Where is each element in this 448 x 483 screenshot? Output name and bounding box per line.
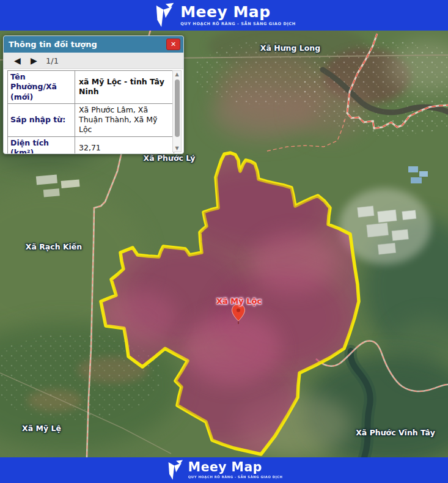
next-arrow-icon: ▶ xyxy=(31,56,37,65)
row-label: Sáp nhập từ: xyxy=(8,104,75,136)
info-panel: Thông tin đối tượng ✕ ◀ ▶ 1/1 Tên Phường… xyxy=(3,35,184,154)
brand-name: Meey Map xyxy=(180,4,296,20)
row-label: Diện tích (km²) xyxy=(8,137,75,155)
map-label-xa-my-loc-selected: Xã Mỹ Lộc xyxy=(216,297,262,306)
scroll-down-icon[interactable]: ▼ xyxy=(173,146,181,151)
map-label-xa-phuoc-ly: Xã Phước Lý xyxy=(144,153,196,163)
table-row: Tên Phường/Xã (mới) xã Mỹ Lộc - tỉnh Tây… xyxy=(7,70,174,104)
brand-tagline: QUY HOẠCH RÕ RÀNG - SẴN SÀNG GIAO DỊCH xyxy=(188,475,283,479)
scroll-up-icon[interactable]: ▲ xyxy=(173,72,181,77)
page-indicator: 1/1 xyxy=(46,56,59,65)
panel-pagination-bar: ◀ ▶ 1/1 xyxy=(4,53,183,69)
map-label-xa-phuoc-vinh-tay: Xã Phước Vĩnh Tây xyxy=(356,428,435,437)
table-scrollbar[interactable]: ▲ ▼ xyxy=(172,70,182,152)
row-value: xã Mỹ Lộc - tỉnh Tây Ninh xyxy=(75,71,174,103)
close-icon: ✕ xyxy=(171,40,176,48)
prev-arrow-icon: ◀ xyxy=(14,56,21,65)
row-value: 32,71 xyxy=(75,137,174,155)
brand-name: Meey Map xyxy=(188,461,283,474)
brand-logo: Meey Map QUY HOẠCH RÕ RÀNG - SẴN SÀNG GI… xyxy=(152,2,296,28)
meeymap-logo-icon xyxy=(165,460,183,481)
footer-bar: Meey Map QUY HOẠCH RÕ RÀNG - SẴN SÀNG GI… xyxy=(0,457,448,483)
scrollbar-thumb[interactable] xyxy=(175,79,180,137)
table-row: Diện tích (km²) 32,71 xyxy=(7,137,174,155)
map-label-xa-my-le: Xã Mỹ Lệ xyxy=(22,424,61,433)
table-row: Sáp nhập từ: Xã Phước Lâm, Xã Thuận Thàn… xyxy=(7,104,174,137)
row-label: Tên Phường/Xã (mới) xyxy=(8,71,75,103)
map-label-xa-hung-long: Xã Hưng Long xyxy=(260,43,320,53)
header-bar: Meey Map QUY HOẠCH RÕ RÀNG - SẴN SÀNG GI… xyxy=(0,0,448,31)
info-panel-header[interactable]: Thông tin đối tượng ✕ xyxy=(4,36,183,53)
brand-logo-footer: Meey Map QUY HOẠCH RÕ RÀNG - SẴN SÀNG GI… xyxy=(165,460,282,481)
meeymap-logo-icon xyxy=(152,2,175,28)
row-value: Xã Phước Lâm, Xã Thuận Thành, Xã Mỹ Lộc xyxy=(75,104,174,136)
attribute-table: Tên Phường/Xã (mới) xã Mỹ Lộc - tỉnh Tây… xyxy=(7,70,174,154)
next-page-button[interactable]: ▶ xyxy=(26,53,42,69)
close-button[interactable]: ✕ xyxy=(166,39,180,50)
info-panel-title: Thông tin đối tượng xyxy=(9,40,97,49)
prev-page-button[interactable]: ◀ xyxy=(9,53,26,69)
brand-tagline: QUY HOẠCH RÕ RÀNG - SẴN SÀNG GIAO DỊCH xyxy=(180,21,296,26)
map-label-xa-rach-kien: Xã Rạch Kiến xyxy=(26,242,83,251)
